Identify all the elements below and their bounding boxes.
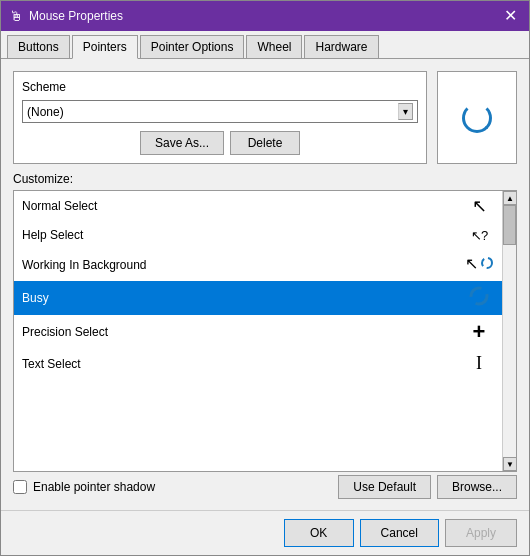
scrollbar-up-btn[interactable]: ▲ <box>503 191 517 205</box>
cursor-preview-box <box>437 71 517 164</box>
cursor-name-precision: Precision Select <box>22 325 108 339</box>
scheme-select[interactable]: (None) ▾ <box>22 100 418 123</box>
cursor-item-working[interactable]: Working In Background ↖ <box>14 249 502 281</box>
cursor-list-container: Normal Select ↖ Help Select ↖? Working I… <box>13 190 517 472</box>
cursor-name-text: Text Select <box>22 357 81 371</box>
window-title: Mouse Properties <box>29 9 123 23</box>
tab-hardware[interactable]: Hardware <box>304 35 378 58</box>
cursor-icon-working: ↖ <box>464 253 494 277</box>
enable-shadow-checkbox[interactable] <box>13 480 27 494</box>
cursor-preview-spinner <box>462 103 492 133</box>
tab-bar: Buttons Pointers Pointer Options Wheel H… <box>1 31 529 59</box>
use-default-button[interactable]: Use Default <box>338 475 431 499</box>
cursor-icon-text: I <box>464 353 494 374</box>
scrollbar-track[interactable] <box>503 205 516 457</box>
svg-point-2 <box>471 288 487 304</box>
close-button[interactable]: ✕ <box>500 8 521 24</box>
cursor-icon-normal-select: ↖ <box>464 195 494 217</box>
window-icon: 🖱 <box>9 8 23 24</box>
scrollbar-down-btn[interactable]: ▼ <box>503 457 517 471</box>
customize-label: Customize: <box>13 172 517 186</box>
tab-wheel[interactable]: Wheel <box>246 35 302 58</box>
scheme-buttons: Save As... Delete <box>22 131 418 155</box>
scheme-label: Scheme <box>22 80 418 94</box>
tab-pointer-options[interactable]: Pointer Options <box>140 35 245 58</box>
scheme-panel: Scheme (None) ▾ Save As... Delete <box>13 71 427 164</box>
browse-button[interactable]: Browse... <box>437 475 517 499</box>
cursor-item-normal-select[interactable]: Normal Select ↖ <box>14 191 502 221</box>
shadow-buttons: Use Default Browse... <box>338 475 517 499</box>
tab-pointers[interactable]: Pointers <box>72 35 138 59</box>
footer: OK Cancel Apply <box>1 510 529 555</box>
list-scrollbar[interactable]: ▲ ▼ <box>502 191 516 471</box>
scheme-value: (None) <box>27 105 398 119</box>
cursor-item-text[interactable]: Text Select I <box>14 349 502 378</box>
cursor-item-help-select[interactable]: Help Select ↖? <box>14 221 502 249</box>
save-as-button[interactable]: Save As... <box>140 131 224 155</box>
cursor-name-busy: Busy <box>22 291 49 305</box>
bottom-row: Enable pointer shadow Use Default Browse… <box>13 472 517 502</box>
ok-button[interactable]: OK <box>284 519 354 547</box>
scrollbar-thumb[interactable] <box>503 205 516 245</box>
cursor-icon-busy <box>464 285 494 311</box>
title-bar-left: 🖱 Mouse Properties <box>9 8 123 24</box>
svg-text:↖: ↖ <box>465 255 478 272</box>
cursor-name-help-select: Help Select <box>22 228 83 242</box>
cursor-list[interactable]: Normal Select ↖ Help Select ↖? Working I… <box>14 191 502 471</box>
apply-button[interactable]: Apply <box>445 519 517 547</box>
tab-buttons[interactable]: Buttons <box>7 35 70 58</box>
cancel-button[interactable]: Cancel <box>360 519 439 547</box>
cursor-icon-help-select: ↖? <box>464 228 494 243</box>
cursor-icon-precision: + <box>464 319 494 345</box>
mouse-properties-window: 🖱 Mouse Properties ✕ Buttons Pointers Po… <box>0 0 530 556</box>
cursor-name-working: Working In Background <box>22 258 147 272</box>
shadow-checkbox-row: Enable pointer shadow <box>13 480 155 494</box>
cursor-item-precision[interactable]: Precision Select + <box>14 315 502 349</box>
enable-shadow-label: Enable pointer shadow <box>33 480 155 494</box>
cursor-item-busy[interactable]: Busy <box>14 281 502 315</box>
title-bar: 🖱 Mouse Properties ✕ <box>1 1 529 31</box>
cursor-name-normal-select: Normal Select <box>22 199 97 213</box>
scheme-section: Scheme (None) ▾ Save As... Delete <box>13 71 517 164</box>
delete-button[interactable]: Delete <box>230 131 300 155</box>
scheme-dropdown-btn[interactable]: ▾ <box>398 103 413 120</box>
main-content: Scheme (None) ▾ Save As... Delete Custom… <box>1 59 529 510</box>
svg-point-1 <box>482 258 492 268</box>
